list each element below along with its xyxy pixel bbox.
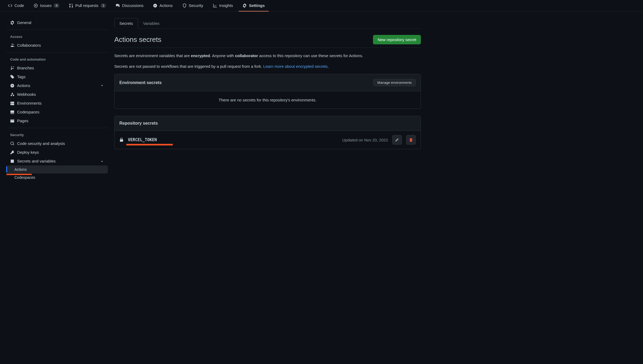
sidebar-item-label: Collaborators <box>17 43 41 48</box>
codescan-icon <box>10 141 14 146</box>
sidebar-item-secrets-variables[interactable]: Secrets and variables <box>6 157 108 165</box>
secret-updated: Updated on Nov 20, 2022 <box>342 138 388 142</box>
sidebar-item-label: Secrets and variables <box>17 159 56 163</box>
chevron-down-icon <box>100 84 104 88</box>
lock-icon <box>119 138 124 142</box>
tab-security[interactable]: Security <box>179 0 207 11</box>
issues-count: 4 <box>54 3 59 8</box>
secrets-variables-tabs: Secrets Variables <box>114 18 421 29</box>
sidebar-subitem-label: Codespaces <box>14 175 35 180</box>
repository-secrets-panel: Repository secrets VERCEL_TOKEN Updated … <box>114 116 421 149</box>
divider <box>6 128 108 128</box>
tab-settings-label: Settings <box>249 3 265 8</box>
play-icon <box>153 3 157 8</box>
sidebar-section-code-automation: Code and automation <box>6 55 108 64</box>
edit-secret-button[interactable] <box>392 135 402 145</box>
git-pull-request-icon <box>69 3 73 8</box>
manage-environments-button[interactable]: Manage environments <box>373 79 416 86</box>
chevron-up-icon <box>100 159 104 163</box>
delete-secret-button[interactable] <box>406 135 416 145</box>
secret-name: VERCEL_TOKEN <box>128 137 157 142</box>
issue-icon <box>34 3 38 8</box>
trash-icon <box>409 138 413 142</box>
tab-discussions-label: Discussions <box>122 3 143 8</box>
tab-security-label: Security <box>189 3 203 8</box>
divider <box>6 30 108 30</box>
sidebar-item-code-security[interactable]: Code security and analysis <box>6 139 108 148</box>
tag-icon <box>10 75 14 79</box>
gear-icon <box>10 21 14 25</box>
shield-icon <box>182 3 187 8</box>
repository-secrets-title: Repository secrets <box>119 121 158 126</box>
environment-secrets-title: Environment secrets <box>119 80 162 85</box>
tab-issues[interactable]: Issues 4 <box>30 0 63 11</box>
sidebar-item-codespaces[interactable]: Codespaces <box>6 108 108 116</box>
sidebar-section-security: Security <box>6 131 108 139</box>
sidebar-item-label: Deploy keys <box>17 150 39 155</box>
sidebar-subitem-label: Actions <box>14 167 27 172</box>
sidebar-item-collaborators[interactable]: Collaborators <box>6 41 108 50</box>
key-asterisk-icon <box>10 159 14 163</box>
sidebar-item-general[interactable]: General <box>6 18 108 27</box>
sidebar-item-deploy-keys[interactable]: Deploy keys <box>6 148 108 157</box>
repo-topnav: Code Issues 4 Pull requests 1 Discussion… <box>0 0 643 12</box>
tab-variables-label: Variables <box>143 21 159 26</box>
git-branch-icon <box>10 66 14 70</box>
tab-secrets-label: Secrets <box>119 21 133 26</box>
sidebar-item-label: Code security and analysis <box>17 141 65 146</box>
divider <box>6 52 108 53</box>
key-icon <box>10 150 14 155</box>
people-icon <box>10 43 14 48</box>
sidebar-section-access: Access <box>6 33 108 41</box>
graph-icon <box>213 3 217 8</box>
webhook-icon <box>10 92 14 97</box>
server-icon <box>10 101 14 105</box>
pulls-count: 1 <box>101 3 106 8</box>
tab-code[interactable]: Code <box>4 0 28 11</box>
page-title: Actions secrets <box>114 35 161 44</box>
sidebar-subitem-actions[interactable]: Actions <box>6 165 108 173</box>
tab-variables[interactable]: Variables <box>138 18 164 28</box>
sidebar-item-environments[interactable]: Environments <box>6 99 108 108</box>
main-content: Secrets Variables Actions secrets New re… <box>114 18 421 181</box>
tab-settings[interactable]: Settings <box>239 0 268 11</box>
sidebar-item-webhooks[interactable]: Webhooks <box>6 90 108 99</box>
new-repository-secret-button[interactable]: New repository secret <box>373 35 421 44</box>
play-icon <box>10 84 14 88</box>
environment-secrets-empty: There are no secrets for this repository… <box>115 91 421 109</box>
tab-issues-label: Issues <box>40 3 52 8</box>
gear-icon <box>242 3 247 8</box>
tab-insights-label: Insights <box>219 3 233 8</box>
sidebar-item-actions[interactable]: Actions <box>6 81 108 90</box>
tab-pull-requests[interactable]: Pull requests 1 <box>65 0 110 11</box>
browser-icon <box>10 119 14 123</box>
sidebar-subitem-codespaces[interactable]: Codespaces <box>6 173 108 181</box>
settings-sidebar: General Access Collaborators Code and au… <box>6 18 108 181</box>
tab-secrets[interactable]: Secrets <box>114 18 138 28</box>
pencil-icon <box>395 138 399 142</box>
sidebar-item-label: Webhooks <box>17 92 36 97</box>
sidebar-item-tags[interactable]: Tags <box>6 72 108 81</box>
sidebar-item-label: Actions <box>17 83 30 88</box>
codespaces-icon <box>10 110 14 114</box>
description-1: Secrets are environment variables that a… <box>114 53 421 59</box>
sidebar-item-label: Codespaces <box>17 110 39 114</box>
sidebar-item-label: General <box>17 20 31 25</box>
code-icon <box>8 3 12 8</box>
tab-code-label: Code <box>14 3 24 8</box>
sidebar-item-label: Branches <box>17 66 34 70</box>
learn-more-link[interactable]: Learn more about encrypted secrets <box>263 64 328 69</box>
sidebar-item-label: Pages <box>17 118 29 123</box>
comment-discussion-icon <box>116 3 120 8</box>
secret-row: VERCEL_TOKEN Updated on Nov 20, 2022 <box>115 131 421 149</box>
sidebar-item-pages[interactable]: Pages <box>6 116 108 125</box>
tab-actions-label: Actions <box>159 3 172 8</box>
sidebar-item-label: Environments <box>17 101 42 105</box>
tab-actions[interactable]: Actions <box>149 0 176 11</box>
tab-discussions[interactable]: Discussions <box>112 0 147 11</box>
tab-insights[interactable]: Insights <box>209 0 237 11</box>
sidebar-item-branches[interactable]: Branches <box>6 64 108 72</box>
tab-pulls-label: Pull requests <box>75 3 99 8</box>
environment-secrets-panel: Environment secrets Manage environments … <box>114 74 421 109</box>
svg-point-0 <box>35 5 36 6</box>
